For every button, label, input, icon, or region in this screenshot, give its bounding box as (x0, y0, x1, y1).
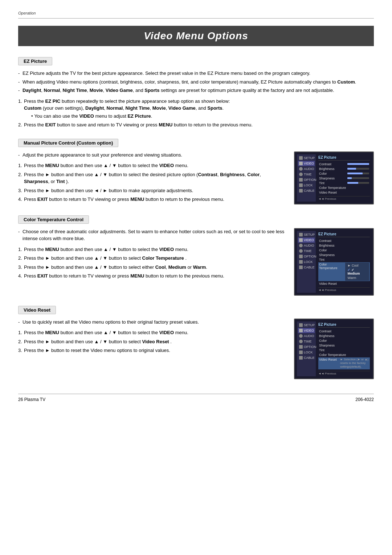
tv-sidebar-video: VIDEO (298, 161, 315, 166)
tv-row-color: Color (318, 171, 370, 176)
tv-sidebar-option: OPTION (298, 177, 315, 182)
list-item: 2.Press the EXIT button to save and retu… (18, 121, 374, 129)
tv-row-brightness: Brightness (318, 334, 370, 338)
list-item: Daylight, Normal, Night Time, Movie, Vid… (18, 87, 374, 94)
list-item: 4.Press EXIT button to return to TV view… (18, 272, 287, 280)
list-item: 1.Press the EZ PIC button repeatedly to … (18, 98, 374, 120)
tv-sidebar-setup: SETUP (298, 155, 315, 161)
tv-sidebar-lock: LOCK (298, 259, 315, 264)
tv-sidebar-cable: CABLE (298, 355, 315, 360)
tv-sidebar-audio: AUDIO (298, 243, 315, 248)
ez-picture-bullets: EZ Picture adjusts the TV for the best p… (18, 70, 374, 94)
tv-sidebar-video: VIDEO (298, 328, 315, 333)
tv-row-color: Color (318, 339, 370, 343)
tv-row-brightness: Brightness (318, 243, 370, 248)
tv-row-color-temp: Color Temperature (318, 186, 370, 190)
tv-submenu: ► Cool ✓ Medium Warm (345, 263, 369, 281)
tv-sidebar-option: OPTION (298, 254, 315, 259)
sub-bullet: You can also use the VIDEO menu to adjus… (24, 113, 374, 120)
tv-preview: ◄◄ Previous (318, 371, 370, 375)
video-reset-header: Video Reset (18, 306, 56, 314)
color-temp-text: Choose one of three automatic color adju… (18, 228, 287, 282)
tv-sidebar-lock: LOCK (298, 183, 315, 188)
video-reset-screen: SETUP VIDEO AUDIO TIME OPTION LOCK CABLE… (294, 319, 374, 379)
list-item: When adjusting Video menu options (contr… (18, 78, 374, 86)
tv-row-color-temp: Color Temperature ► Cool ✓ Medium Warm (318, 262, 370, 281)
tv-row-video-reset: Video Reset (318, 190, 370, 195)
list-item: 3.Press the ► button to reset the Video … (18, 347, 287, 354)
tv-sidebar-time: TIME (298, 339, 315, 344)
tv-row-video-reset: Video Reset (318, 281, 370, 286)
tv-sidebar-time: TIME (298, 172, 315, 177)
manual-picture-steps: 1.Press the MENU button and then use ▲ /… (18, 162, 287, 203)
list-item: 2.Press the ► button and then use ▲ / ▼ … (18, 255, 287, 262)
tv-row-sharpness: Sharpness (318, 343, 370, 348)
tv-main-title: EZ Picture (318, 155, 370, 161)
video-reset-section: Video Reset Use to quickly reset all the… (18, 306, 374, 379)
tv-sub-cool: ► Cool (347, 263, 368, 268)
list-item: 1.Press the MENU button and then use ▲ /… (18, 162, 287, 169)
color-temp-steps: 1.Press the MENU button and then use ▲ /… (18, 246, 287, 280)
manual-picture-text: Adjust the picture appearance to suit yo… (18, 151, 287, 205)
list-item: 2.Press the ► button and then use ▲ / ▼ … (18, 171, 287, 185)
ez-picture-section: EZ Picture EZ Picture adjusts the TV for… (18, 57, 374, 129)
tv-main-title: EZ Picture (318, 323, 370, 328)
footer-left: 26 Plasma TV (18, 397, 45, 402)
tv-sidebar-audio: AUDIO (298, 333, 315, 339)
tv-row-sharpness: Sharpness (318, 253, 370, 257)
tv-row-color-temp: Color Temperature (318, 353, 370, 357)
tv-sidebar-cable: CABLE (298, 265, 315, 270)
color-temp-section: Color Temperature Control Choose one of … (18, 215, 374, 296)
list-item: 1.Press the MENU button and then use ▲ /… (18, 329, 287, 336)
page-title: Video Menu Options (18, 26, 374, 46)
color-temp-header: Color Temperature Control (18, 215, 89, 224)
tv-reset-note: ► Selection (► or ▲) resets to the facto… (340, 358, 369, 369)
tv-row-brightness: Brightness (318, 167, 370, 171)
tv-row-tint: Tint (318, 348, 370, 352)
manual-picture-section: Manual Picture Control (Custom option) A… (18, 139, 374, 205)
list-item: Adjust the picture appearance to suit yo… (18, 151, 287, 159)
tv-row-video-reset: Video Reset ► Selection (► or ▲) resets … (318, 357, 370, 369)
footer: 26 Plasma TV 206-4022 (18, 394, 374, 402)
tv-sub-warm: Warm (347, 276, 368, 280)
tv-sidebar-cable: CABLE (298, 188, 315, 193)
tv-sidebar-time: TIME (298, 248, 315, 254)
tv-preview: ◄◄ Previous (318, 196, 370, 200)
list-item: Choose one of three automatic color adju… (18, 228, 287, 242)
tv-row-contrast: Contrast (318, 162, 370, 166)
list-item: 4.Press EXIT button to return to TV view… (18, 196, 287, 203)
ez-picture-header: EZ Picture (18, 57, 52, 65)
tv-sidebar-option: OPTION (298, 344, 315, 349)
manual-picture-header: Manual Picture Control (Custom option) (18, 139, 118, 147)
tv-sidebar-setup: SETUP (298, 323, 315, 328)
tv-preview: ◄◄ Previous (318, 287, 370, 292)
footer-right: 206-4022 (355, 397, 374, 402)
list-item: EZ Picture adjusts the TV for the best p… (18, 70, 374, 77)
tv-row-contrast: Contrast (318, 329, 370, 333)
video-reset-steps: 1.Press the MENU button and then use ▲ /… (18, 329, 287, 354)
tv-sidebar-lock: LOCK (298, 350, 315, 355)
manual-picture-screen: SETUP VIDEO AUDIO TIME OPTION LOCK CABLE… (294, 151, 374, 204)
tv-row-color: Color (318, 248, 370, 252)
list-item: 3.Press the ► button and then use ◄ / ► … (18, 187, 287, 194)
tv-main-title: EZ Picture (318, 232, 370, 237)
tv-row-sharpness: Sharpness (318, 176, 370, 181)
video-reset-text: Use to quickly reset all the Video menu … (18, 319, 287, 356)
tv-row-tint: Tint (318, 258, 370, 262)
tv-sidebar-setup: SETUP (298, 232, 315, 237)
list-item: Use to quickly reset all the Video menu … (18, 319, 287, 326)
tv-sub-medium: ✓ Medium (347, 268, 368, 276)
operation-label: Operation (18, 11, 374, 15)
tv-sidebar-video: VIDEO (298, 238, 315, 243)
ez-picture-steps: 1.Press the EZ PIC button repeatedly to … (18, 98, 374, 129)
list-item: 2.Press the ► button and then use ▲ / ▼ … (18, 338, 287, 345)
list-item: 3.Press the ► button and then use ▲ / ▼ … (18, 264, 287, 271)
tv-row-tint: Tint (318, 181, 370, 185)
color-temp-screen: SETUP VIDEO AUDIO TIME OPTION LOCK CABLE… (294, 228, 374, 296)
list-item: 1.Press the MENU button and then use ▲ /… (18, 246, 287, 253)
tv-row-contrast: Contrast (318, 239, 370, 243)
tv-sidebar-audio: AUDIO (298, 166, 315, 171)
